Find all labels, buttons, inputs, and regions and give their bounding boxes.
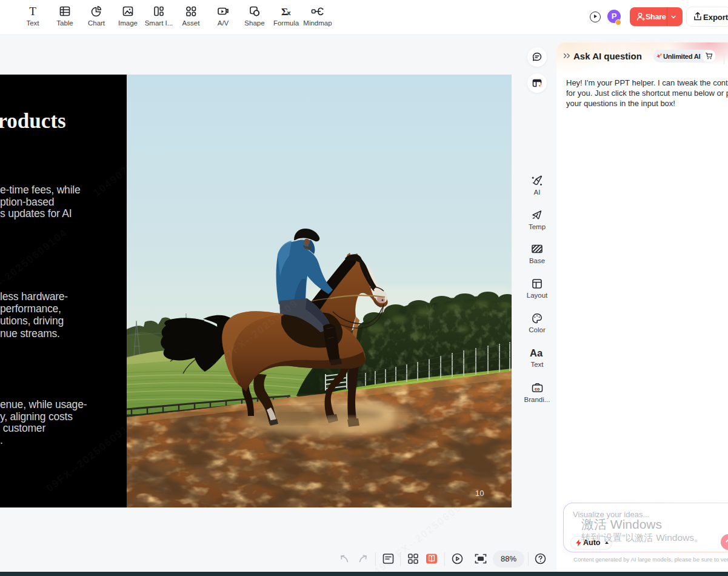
svg-text:T: T — [29, 5, 36, 18]
svg-text:Aa: Aa — [530, 347, 543, 358]
svg-text:co: co — [535, 387, 539, 391]
svg-text:x: x — [287, 9, 292, 16]
